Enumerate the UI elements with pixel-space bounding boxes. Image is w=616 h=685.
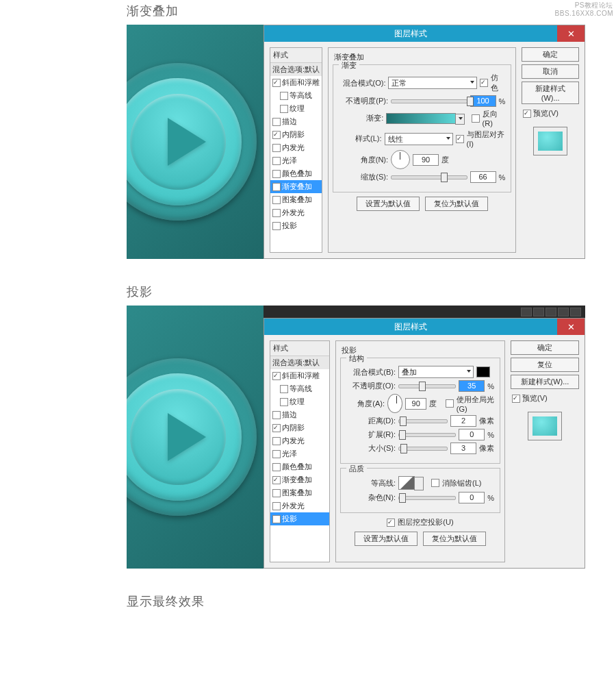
scale-value[interactable]: 66	[470, 171, 496, 183]
style-checkbox[interactable]	[272, 372, 281, 380]
contour-picker[interactable]	[398, 476, 415, 490]
style-checkbox[interactable]	[272, 437, 281, 445]
angle-dial[interactable]	[391, 150, 410, 169]
angle-value[interactable]: 90	[405, 398, 426, 410]
style-checkbox[interactable]	[272, 196, 281, 204]
dialog-title: 图层样式	[264, 321, 557, 333]
dither-checkbox[interactable]	[480, 79, 488, 87]
new-style-button[interactable]: 新建样式(W)...	[522, 82, 579, 104]
size-slider[interactable]	[398, 447, 448, 451]
style-item[interactable]: 投影	[270, 512, 329, 525]
cancel-button[interactable]: 取消	[522, 64, 579, 79]
style-checkbox[interactable]	[272, 157, 281, 165]
distance-value[interactable]: 2	[450, 415, 476, 427]
style-item[interactable]: 内阴影	[270, 421, 329, 434]
style-select[interactable]: 线性	[385, 133, 453, 145]
style-checkbox[interactable]	[272, 170, 281, 178]
style-item[interactable]: 内发光	[270, 141, 322, 154]
style-checkbox[interactable]	[272, 476, 281, 484]
style-checkbox[interactable]	[272, 463, 281, 471]
style-item[interactable]: 描边	[270, 408, 329, 421]
style-checkbox[interactable]	[280, 92, 288, 100]
global-light-checkbox[interactable]	[446, 399, 454, 408]
reverse-checkbox[interactable]	[472, 114, 480, 123]
style-item[interactable]: 图案叠加	[270, 193, 322, 206]
style-item[interactable]: 纹理	[270, 395, 329, 408]
style-item[interactable]: 外发光	[270, 206, 322, 219]
fs-structure: 结构	[346, 353, 367, 364]
spread-slider[interactable]	[398, 433, 456, 437]
style-item[interactable]: 外发光	[270, 499, 329, 512]
style-checkbox[interactable]	[272, 144, 281, 152]
make-default-button[interactable]: 设置为默认值	[357, 197, 420, 211]
knockout-checkbox[interactable]	[387, 519, 395, 527]
style-item[interactable]: 渐变叠加	[270, 473, 329, 486]
style-item[interactable]: 图案叠加	[270, 486, 329, 499]
style-item[interactable]: 斜面和浮雕	[270, 76, 322, 89]
opacity-slider[interactable]	[398, 384, 456, 388]
ok-button[interactable]: 确定	[522, 47, 579, 62]
style-checkbox[interactable]	[280, 398, 288, 406]
opacity-value[interactable]: 100	[470, 95, 496, 107]
preview-checkbox[interactable]	[523, 110, 531, 118]
blend-mode-select[interactable]: 叠加	[398, 366, 474, 378]
fs-gradient: 渐变	[339, 60, 359, 71]
style-checkbox[interactable]	[272, 424, 281, 432]
ok-button[interactable]: 确定	[511, 340, 579, 355]
style-item[interactable]: 颜色叠加	[270, 167, 322, 180]
style-checkbox[interactable]	[272, 411, 281, 419]
style-item[interactable]: 投影	[270, 219, 322, 232]
close-icon[interactable]: ✕	[557, 319, 585, 335]
distance-slider[interactable]	[398, 419, 448, 423]
scale-slider[interactable]	[391, 175, 467, 179]
style-item[interactable]: 等高线	[270, 89, 322, 102]
style-item[interactable]: 等高线	[270, 382, 329, 395]
antialias-checkbox[interactable]	[431, 479, 439, 487]
noise-value[interactable]: 0	[459, 492, 485, 503]
gradient-picker[interactable]	[386, 113, 456, 124]
cancel-button[interactable]: 复位	[511, 358, 579, 372]
titlebar[interactable]: 图层样式 ✕	[264, 25, 585, 42]
angle-dial[interactable]	[387, 394, 402, 413]
noise-slider[interactable]	[398, 496, 456, 500]
reset-default-button[interactable]: 复位为默认值	[423, 532, 486, 546]
opacity-slider[interactable]	[391, 99, 467, 103]
style-checkbox[interactable]	[272, 450, 281, 458]
style-item[interactable]: 内发光	[270, 434, 329, 447]
opacity-value[interactable]: 35	[459, 380, 485, 392]
style-checkbox[interactable]	[272, 131, 281, 139]
style-item[interactable]: 光泽	[270, 154, 322, 167]
style-checkbox[interactable]	[272, 502, 281, 510]
style-item[interactable]: 内阴影	[270, 128, 322, 141]
align-checkbox[interactable]	[456, 135, 464, 143]
spread-value[interactable]: 0	[459, 429, 485, 440]
style-checkbox[interactable]	[272, 489, 281, 497]
style-item[interactable]: 光泽	[270, 447, 329, 460]
style-checkbox[interactable]	[272, 118, 281, 126]
style-checkbox[interactable]	[272, 79, 281, 87]
reset-default-button[interactable]: 复位为默认值	[425, 197, 488, 211]
style-item[interactable]: 纹理	[270, 102, 322, 115]
style-checkbox[interactable]	[272, 222, 281, 230]
style-item[interactable]: 描边	[270, 115, 322, 128]
style-item[interactable]: 混合选项:默认	[270, 63, 322, 76]
style-item[interactable]: 渐变叠加	[270, 180, 322, 193]
close-icon[interactable]: ✕	[557, 25, 585, 42]
style-item[interactable]: 颜色叠加	[270, 460, 329, 473]
titlebar[interactable]: 图层样式 ✕	[264, 319, 585, 335]
blend-mode-label: 混合模式(O):	[339, 78, 385, 88]
style-checkbox[interactable]	[272, 209, 281, 217]
blend-mode-select[interactable]: 正常	[388, 77, 477, 89]
style-checkbox[interactable]	[272, 515, 281, 523]
preview-checkbox[interactable]	[512, 395, 520, 403]
style-item[interactable]: 混合选项:默认	[270, 356, 329, 369]
style-checkbox[interactable]	[272, 183, 281, 191]
shadow-color-swatch[interactable]	[476, 366, 490, 377]
make-default-button[interactable]: 设置为默认值	[355, 532, 418, 546]
style-checkbox[interactable]	[280, 105, 288, 113]
new-style-button[interactable]: 新建样式(W)...	[511, 375, 579, 389]
style-item[interactable]: 斜面和浮雕	[270, 369, 329, 382]
style-checkbox[interactable]	[280, 385, 288, 393]
size-value[interactable]: 3	[450, 443, 476, 454]
angle-value[interactable]: 90	[413, 154, 439, 166]
